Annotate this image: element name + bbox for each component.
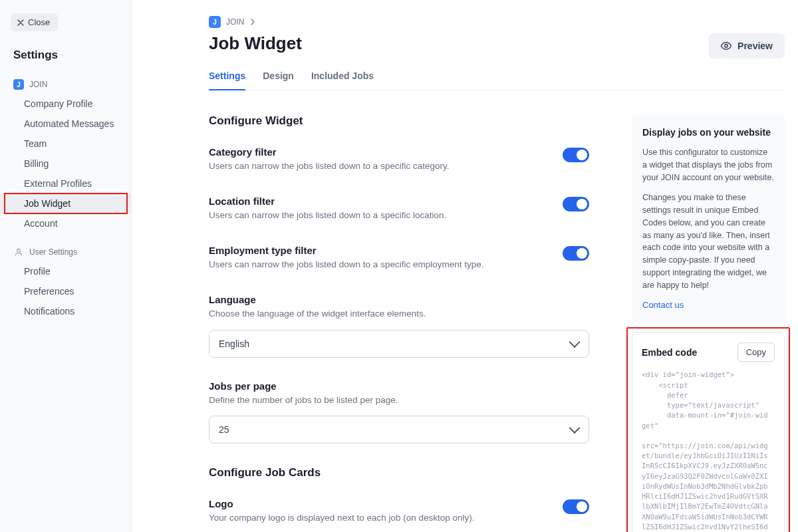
main: J JOIN Job Widget Preview Settings Desig…	[132, 0, 798, 532]
embed-title: Embed code	[642, 347, 697, 358]
embed-card: Embed code Copy <div id="join-widget"> <…	[632, 332, 785, 532]
setting-desc: Users can narrow the jobs listed down to…	[209, 160, 547, 173]
setting-label: Jobs per page	[209, 380, 589, 392]
setting-desc: Users can narrow the jobs listed down to…	[209, 259, 547, 271]
toggle-employment-type-filter[interactable]	[563, 246, 589, 261]
section-configure-widget: Configure Widget	[209, 114, 589, 128]
sidebar-item-external-profiles[interactable]: External Profiles	[0, 174, 131, 194]
section-configure-cards: Configure Job Cards	[209, 466, 589, 479]
sidebar-item-company-profile[interactable]: Company Profile	[0, 94, 131, 114]
close-button[interactable]: Close	[11, 13, 58, 31]
sidebar-item-preferences[interactable]: Preferences	[0, 281, 131, 301]
sidebar-section-org-label: JOIN	[29, 80, 47, 89]
toggle-category-filter[interactable]	[563, 148, 589, 162]
join-badge-icon: J	[209, 16, 221, 28]
user-icon	[13, 247, 24, 257]
sidebar-section-user: User Settings	[0, 244, 131, 261]
sidebar-section-org: J JOIN	[0, 76, 131, 94]
page-title: Job Widget	[209, 33, 302, 54]
sidebar-item-billing[interactable]: Billing	[0, 154, 131, 174]
setting-location-filter: Location filter Users can narrow the job…	[209, 196, 589, 222]
sidebar-item-account[interactable]: Account	[0, 213, 131, 233]
breadcrumb: J JOIN	[209, 16, 785, 28]
info-title: Display jobs on your website	[642, 126, 774, 138]
setting-jobs-per-page: Jobs per page Define the number of jobs …	[209, 380, 589, 444]
join-badge-icon: J	[13, 79, 24, 90]
setting-label: Language	[209, 294, 589, 305]
setting-desc: Users can narrow the jobs listed down to…	[209, 209, 547, 222]
setting-label: Category filter	[209, 146, 547, 158]
sidebar-nav-user: Profile Preferences Notifications	[0, 261, 131, 321]
sidebar-section-user-label: User Settings	[29, 247, 77, 257]
sidebar-item-job-widget-label: Job Widget	[24, 198, 70, 209]
tab-settings[interactable]: Settings	[209, 70, 245, 90]
info-p1: Use this configurator to customize a wid…	[642, 146, 774, 184]
sidebar-item-job-widget[interactable]: Job Widget	[0, 194, 131, 213]
setting-category-filter: Category filter Users can narrow the job…	[209, 146, 589, 173]
sidebar: Close Settings J JOIN Company Profile Au…	[0, 0, 132, 532]
sidebar-item-team[interactable]: Team	[0, 134, 131, 154]
setting-label: Logo	[209, 498, 547, 509]
language-select[interactable]: English	[209, 330, 589, 358]
svg-point-0	[17, 249, 21, 252]
settings-heading: Settings	[0, 49, 131, 76]
close-label: Close	[28, 17, 50, 27]
setting-label: Location filter	[209, 196, 547, 207]
aside-column: Display jobs on your website Use this co…	[632, 114, 785, 532]
preview-label: Preview	[737, 41, 773, 51]
embed-code-box[interactable]: <div id="join-widget"> <script defer typ…	[642, 370, 775, 532]
eye-icon	[720, 40, 732, 52]
close-icon	[17, 19, 24, 26]
tab-design[interactable]: Design	[263, 70, 294, 90]
copy-button[interactable]: Copy	[737, 342, 775, 362]
toggle-logo[interactable]	[563, 499, 589, 514]
setting-employment-type-filter: Employment type filter Users can narrow …	[209, 245, 589, 271]
sidebar-item-profile[interactable]: Profile	[0, 261, 131, 281]
sidebar-item-automated-messages[interactable]: Automated Messages	[0, 114, 131, 134]
breadcrumb-org[interactable]: JOIN	[226, 17, 244, 27]
setting-logo: Logo Your company logo is displayed next…	[209, 498, 589, 525]
sidebar-nav-org: Company Profile Automated Messages Team …	[0, 94, 131, 233]
toggle-location-filter[interactable]	[563, 197, 589, 211]
contact-us-link[interactable]: Contact us	[642, 300, 684, 310]
info-p2: Changes you make to these settings resul…	[642, 192, 774, 291]
setting-desc: Define the number of jobs to be listed p…	[209, 394, 589, 407]
tabs: Settings Design Included Jobs	[209, 70, 785, 90]
setting-desc: Your company logo is displayed next to e…	[209, 512, 547, 525]
jobs-per-page-select[interactable]: 25	[209, 416, 589, 444]
setting-language: Language Choose the language of the widg…	[209, 294, 589, 358]
settings-column: Configure Widget Category filter Users c…	[209, 114, 589, 532]
svg-point-1	[725, 45, 728, 48]
preview-button[interactable]: Preview	[708, 33, 785, 59]
sidebar-item-notifications[interactable]: Notifications	[0, 301, 131, 321]
setting-label: Employment type filter	[209, 245, 547, 256]
chevron-right-icon	[249, 19, 256, 25]
setting-desc: Choose the language of the widget interf…	[209, 308, 589, 321]
info-card: Display jobs on your website Use this co…	[632, 114, 785, 322]
tab-included-jobs[interactable]: Included Jobs	[311, 70, 374, 90]
